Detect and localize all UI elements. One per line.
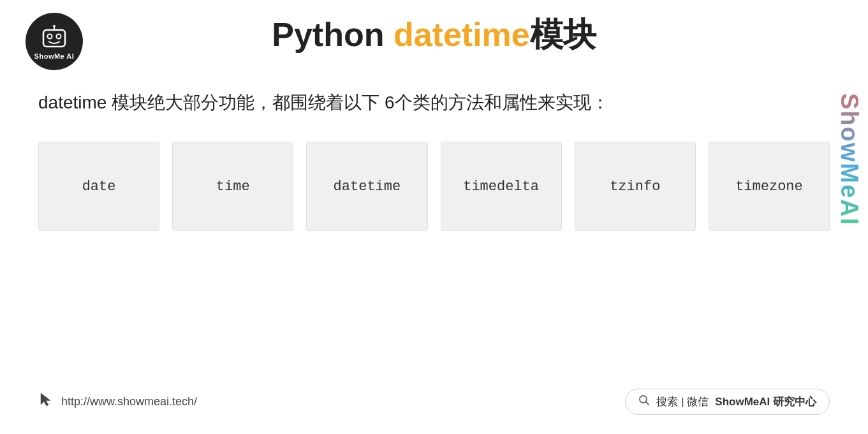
- footer: http://www.showmeai.tech/ 搜索 | 微信 ShowMe…: [0, 389, 868, 415]
- card-date: date: [38, 142, 159, 231]
- card-timezone: timezone: [709, 142, 830, 231]
- main-content: datetime 模块绝大部分功能，都围绕着以下 6个类的方法和属性来实现： d…: [0, 70, 868, 244]
- title-suffix: 模块: [530, 16, 596, 53]
- page-title: Python datetime模块: [272, 13, 596, 57]
- search-brand: ShowMeAI 研究中心: [715, 394, 816, 409]
- description: datetime 模块绝大部分功能，都围绕着以下 6个类的方法和属性来实现：: [38, 89, 830, 116]
- card-timedelta: timedelta: [441, 142, 562, 231]
- header: ShowMe AI Python datetime模块: [0, 0, 868, 70]
- search-label: 搜索 | 微信: [656, 394, 709, 409]
- card-time: time: [172, 142, 293, 231]
- logo: ShowMe AI: [26, 13, 83, 70]
- footer-url-container: http://www.showmeai.tech/: [38, 392, 197, 412]
- logo-circle: ShowMe AI: [26, 13, 83, 70]
- svg-line-6: [646, 402, 649, 405]
- logo-icon: [38, 24, 70, 52]
- title-highlight: datetime: [394, 16, 530, 53]
- search-box[interactable]: 搜索 | 微信 ShowMeAI 研究中心: [625, 389, 830, 415]
- svg-rect-0: [43, 30, 65, 47]
- cursor-icon: [38, 392, 55, 412]
- footer-url-text: http://www.showmeai.tech/: [61, 395, 197, 408]
- cards-grid: date time datetime timedelta tzinfo time…: [38, 142, 830, 231]
- svg-point-1: [48, 34, 52, 38]
- title-prefix: Python: [272, 16, 394, 53]
- svg-point-2: [57, 34, 61, 38]
- card-datetime: datetime: [306, 142, 427, 231]
- svg-point-4: [53, 25, 55, 27]
- logo-text: ShowMe AI: [34, 52, 75, 60]
- watermark: ShowMeAI: [830, 77, 868, 243]
- search-icon: [638, 394, 650, 409]
- card-tzinfo: tzinfo: [575, 142, 696, 231]
